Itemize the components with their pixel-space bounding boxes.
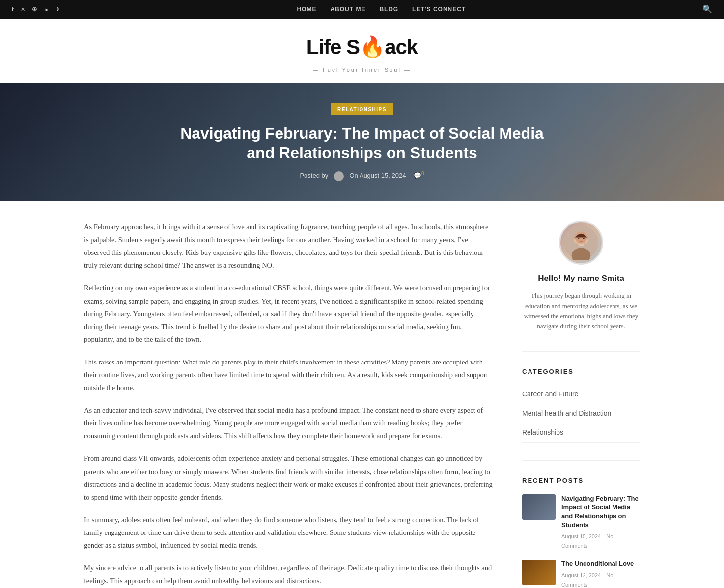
linkedin-icon[interactable] xyxy=(44,4,48,15)
facebook-icon[interactable] xyxy=(12,4,14,15)
telegram-icon[interactable] xyxy=(56,4,60,15)
logo-flame: 🔥 xyxy=(360,35,385,58)
main-nav: HOME ABOUT ME BLOG LET'S CONNECT xyxy=(297,4,466,14)
posted-by-label: Posted by xyxy=(300,172,328,179)
logo-area: Life S🔥ack — Fuel Your Inner Soul — xyxy=(0,19,724,83)
author-bio: This journey began through working in ed… xyxy=(522,291,640,332)
nav-about[interactable]: ABOUT ME xyxy=(330,4,365,14)
recent-post-2: The Unconditional Love August 12, 2024 N… xyxy=(522,560,640,588)
recent-post-2-date: August 12, 2024 xyxy=(561,572,601,578)
author-name: Hello! My name Smita xyxy=(522,272,640,286)
social-links: ⊕ xyxy=(12,4,60,15)
svg-point-6 xyxy=(578,238,579,239)
recent-post-1-title[interactable]: Navigating February: The Impact of Socia… xyxy=(561,494,640,530)
recent-post-1-date: August 15, 2024 xyxy=(561,533,601,539)
logo-text-before: Life S xyxy=(306,35,360,58)
logo-title[interactable]: Life S🔥ack xyxy=(0,29,724,64)
recent-post-1-thumb xyxy=(522,494,556,520)
article-paragraph-5: From around class VII onwards, adolescen… xyxy=(84,452,493,503)
nav-connect[interactable]: LET'S CONNECT xyxy=(412,4,466,14)
author-avatar-small xyxy=(334,171,344,181)
recent-post-2-title[interactable]: The Unconditional Love xyxy=(561,560,640,568)
author-box: Hello! My name Smita This journey began … xyxy=(522,221,640,332)
post-date: On August 15, 2024 xyxy=(349,172,406,179)
categories-title: CATEGORIES xyxy=(522,366,640,377)
nav-home[interactable]: HOME xyxy=(297,4,316,14)
recent-post-2-meta: August 12, 2024 No Comments xyxy=(561,571,640,588)
logo-text-after: ack xyxy=(385,35,418,58)
article-body: As February approaches, it brings with i… xyxy=(84,221,493,588)
article-paragraph-1: As February approaches, it brings with i… xyxy=(84,221,493,272)
comment-count-icon: 💬0 xyxy=(414,172,424,179)
divider-2 xyxy=(522,460,640,461)
category-career[interactable]: Career and Future xyxy=(522,385,640,404)
category-mental-health[interactable]: Mental health and Distraction xyxy=(522,404,640,423)
recent-post-1-info: Navigating February: The Impact of Socia… xyxy=(561,494,640,551)
author-avatar xyxy=(559,221,603,265)
recent-posts-section: RECENT POSTS Navigating February: The Im… xyxy=(522,476,640,588)
categories-section: CATEGORIES Career and Future Mental heal… xyxy=(522,366,640,442)
article-paragraph-4: As an educator and tech-savvy individual… xyxy=(84,404,493,442)
recent-post-2-info: The Unconditional Love August 12, 2024 N… xyxy=(561,560,640,588)
main-layout: As February approaches, it brings with i… xyxy=(72,201,652,588)
recent-post-2-thumb xyxy=(522,560,556,585)
nav-blog[interactable]: BLOG xyxy=(379,4,398,14)
author-avatar-svg xyxy=(564,225,598,260)
category-list: Career and Future Mental health and Dist… xyxy=(522,385,640,442)
logo-tagline: — Fuel Your Inner Soul — xyxy=(0,65,724,75)
top-bar: ⊕ HOME ABOUT ME BLOG LET'S CONNECT 🔍 xyxy=(0,0,724,19)
article-paragraph-6: In summary, adolescents often feel unhea… xyxy=(84,513,493,552)
divider-1 xyxy=(522,351,640,352)
category-relationships[interactable]: Relationships xyxy=(522,423,640,443)
article-paragraph-7: My sincere advice to all parents is to a… xyxy=(84,561,493,587)
hero-content: RELATIONSHIPS Navigating February: The I… xyxy=(175,103,549,181)
recent-posts-title: RECENT POSTS xyxy=(522,476,640,486)
svg-rect-9 xyxy=(584,243,586,246)
recent-post-1-meta: August 15, 2024 No Comments xyxy=(561,532,640,550)
x-twitter-icon[interactable] xyxy=(21,4,25,15)
svg-rect-8 xyxy=(576,243,579,246)
hero-section: RELATIONSHIPS Navigating February: The I… xyxy=(0,83,724,201)
search-icon[interactable]: 🔍 xyxy=(702,2,712,16)
pinterest-icon[interactable]: ⊕ xyxy=(32,4,37,15)
hero-title: Navigating February: The Impact of Socia… xyxy=(175,123,549,163)
article-paragraph-3: This raises an important question: What … xyxy=(84,356,493,394)
recent-post-1: Navigating February: The Impact of Socia… xyxy=(522,494,640,551)
hero-meta: Posted by On August 15, 2024 💬0 xyxy=(175,169,549,181)
svg-point-7 xyxy=(583,238,585,239)
article-paragraph-2: Reflecting on my own experience as a stu… xyxy=(84,281,493,345)
hero-category-badge[interactable]: RELATIONSHIPS xyxy=(331,103,393,115)
sidebar: Hello! My name Smita This journey began … xyxy=(522,221,640,588)
